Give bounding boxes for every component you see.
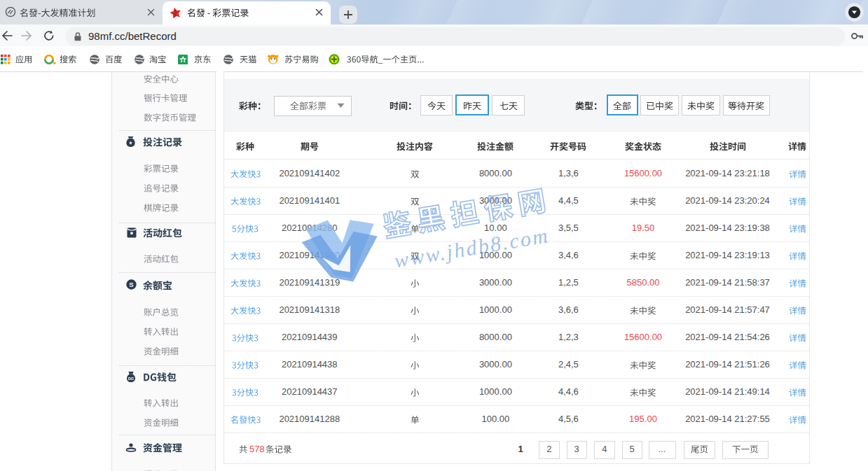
svg-text:DG: DG bbox=[128, 377, 134, 381]
svg-text:S: S bbox=[129, 281, 133, 288]
